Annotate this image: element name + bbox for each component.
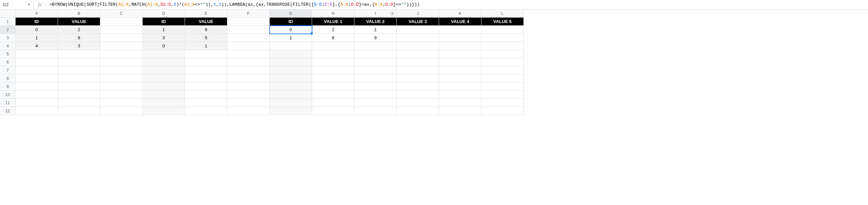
cell-E3[interactable]: 5 <box>185 34 227 42</box>
cell-L10[interactable] <box>481 91 524 99</box>
cell-J8[interactable] <box>397 74 439 83</box>
cell-A3[interactable]: 1 <box>16 34 58 42</box>
row-header-2[interactable]: 2 <box>0 26 16 34</box>
cell-C10[interactable] <box>100 91 143 99</box>
cell-D9[interactable] <box>143 83 185 91</box>
cell-D5[interactable] <box>143 50 185 58</box>
column-header-A[interactable]: A <box>16 9 58 18</box>
cell-E12[interactable] <box>185 107 227 115</box>
cell-K10[interactable] <box>439 91 481 99</box>
cell-F3[interactable] <box>227 34 270 42</box>
row-header-9[interactable]: 9 <box>0 83 16 91</box>
cell-K1[interactable]: VALUE 4 <box>439 18 481 26</box>
cell-I9[interactable] <box>354 83 397 91</box>
cell-C2[interactable] <box>100 26 143 34</box>
cell-B2[interactable]: 2 <box>58 26 100 34</box>
cell-E4[interactable]: 1 <box>185 42 227 50</box>
cell-F8[interactable] <box>227 74 270 83</box>
cell-C8[interactable] <box>100 74 143 83</box>
cell-G10[interactable] <box>270 91 312 99</box>
cell-F2[interactable] <box>227 26 270 34</box>
cell-A1[interactable]: ID <box>16 18 58 26</box>
cell-L9[interactable] <box>481 83 524 91</box>
cell-B10[interactable] <box>58 91 100 99</box>
cell-L7[interactable] <box>481 66 524 74</box>
column-header-L[interactable]: L <box>481 9 524 18</box>
cell-D12[interactable] <box>143 107 185 115</box>
cell-F10[interactable] <box>227 91 270 99</box>
cell-E6[interactable] <box>185 58 227 66</box>
cell-L8[interactable] <box>481 74 524 83</box>
cell-A4[interactable]: 4 <box>16 42 58 50</box>
cell-H9[interactable] <box>312 83 354 91</box>
row-header-11[interactable]: 11 <box>0 99 16 107</box>
cell-I5[interactable] <box>354 50 397 58</box>
cell-A12[interactable] <box>16 107 58 115</box>
row-header-3[interactable]: 3 <box>0 34 16 42</box>
cell-E8[interactable] <box>185 74 227 83</box>
cell-B5[interactable] <box>58 50 100 58</box>
cell-G6[interactable] <box>270 58 312 66</box>
cell-F5[interactable] <box>227 50 270 58</box>
name-box-dropdown-icon[interactable]: ▼ <box>27 3 31 6</box>
cell-H10[interactable] <box>312 91 354 99</box>
cell-G2[interactable]: 0 <box>270 26 312 34</box>
cell-H4[interactable] <box>312 42 354 50</box>
cell-G9[interactable] <box>270 83 312 91</box>
cell-D6[interactable] <box>143 58 185 66</box>
cell-E5[interactable] <box>185 50 227 58</box>
formula-input[interactable]: =BYROW(UNIQUE(SORT(FILTER(A2:A,MATCH(A2:… <box>46 0 868 9</box>
cell-K5[interactable] <box>439 50 481 58</box>
cell-J3[interactable] <box>397 34 439 42</box>
cell-A8[interactable] <box>16 74 58 83</box>
column-header-B[interactable]: B <box>58 9 100 18</box>
cell-C12[interactable] <box>100 107 143 115</box>
cell-D1[interactable]: ID <box>143 18 185 26</box>
cell-D10[interactable] <box>143 91 185 99</box>
cell-F4[interactable] <box>227 42 270 50</box>
cell-J5[interactable] <box>397 50 439 58</box>
cell-E9[interactable] <box>185 83 227 91</box>
cell-G7[interactable] <box>270 66 312 74</box>
cell-L6[interactable] <box>481 58 524 66</box>
cell-C9[interactable] <box>100 83 143 91</box>
cell-L2[interactable] <box>481 26 524 34</box>
cell-H5[interactable] <box>312 50 354 58</box>
row-header-6[interactable]: 6 <box>0 58 16 66</box>
cell-E1[interactable]: VALUE <box>185 18 227 26</box>
cell-B9[interactable] <box>58 83 100 91</box>
cell-A6[interactable] <box>16 58 58 66</box>
cell-F9[interactable] <box>227 83 270 91</box>
cell-E10[interactable] <box>185 91 227 99</box>
cell-E11[interactable] <box>185 99 227 107</box>
column-header-E[interactable]: E <box>185 9 227 18</box>
cell-D3[interactable]: 3 <box>143 34 185 42</box>
cell-H8[interactable] <box>312 74 354 83</box>
cell-D4[interactable]: 0 <box>143 42 185 50</box>
cell-D8[interactable] <box>143 74 185 83</box>
cell-L1[interactable]: VALUE 5 <box>481 18 524 26</box>
cell-I4[interactable] <box>354 42 397 50</box>
cell-J9[interactable] <box>397 83 439 91</box>
cell-G4[interactable] <box>270 42 312 50</box>
cell-C11[interactable] <box>100 99 143 107</box>
cell-I2[interactable]: 1 <box>354 26 397 34</box>
cell-A10[interactable] <box>16 91 58 99</box>
cell-G11[interactable] <box>270 99 312 107</box>
cell-C3[interactable] <box>100 34 143 42</box>
row-header-5[interactable]: 5 <box>0 50 16 58</box>
cell-J1[interactable]: VALUE 3 <box>397 18 439 26</box>
cell-H7[interactable] <box>312 66 354 74</box>
cell-K7[interactable] <box>439 66 481 74</box>
cell-B12[interactable] <box>58 107 100 115</box>
cell-A9[interactable] <box>16 83 58 91</box>
cell-A2[interactable]: 0 <box>16 26 58 34</box>
cell-G3[interactable]: 1 <box>270 34 312 42</box>
cell-J2[interactable] <box>397 26 439 34</box>
row-header-10[interactable]: 10 <box>0 91 16 99</box>
cell-J7[interactable] <box>397 66 439 74</box>
cell-F11[interactable] <box>227 99 270 107</box>
cell-J6[interactable] <box>397 58 439 66</box>
cell-L11[interactable] <box>481 99 524 107</box>
cell-B7[interactable] <box>58 66 100 74</box>
